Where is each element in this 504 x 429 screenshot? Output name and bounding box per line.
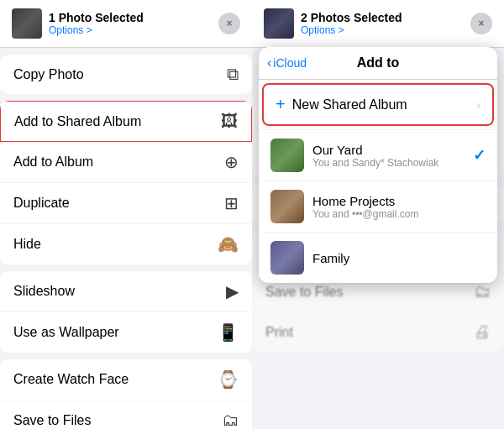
home-projects-members: You and •••@gmail.com xyxy=(312,208,486,220)
close-button[interactable]: × xyxy=(218,13,240,34)
right-print-icon: 🖨 xyxy=(474,322,491,342)
wallpaper-icon: 📱 xyxy=(218,322,239,343)
home-projects-info: Home Projects You and •••@gmail.com xyxy=(312,194,486,220)
our-yard-info: Our Yard You and Sandy* Stachowiak xyxy=(312,143,465,169)
our-yard-name: Our Yard xyxy=(312,143,465,157)
add-album-item[interactable]: Add to Album ⊕ xyxy=(0,142,252,183)
dropdown-header: ‹ iCloud Add to xyxy=(259,47,497,80)
right-photo-thumbnail xyxy=(264,8,294,39)
shared-album-icon: 🖼 xyxy=(221,112,238,131)
right-selected-count: 2 Photos Selected xyxy=(301,11,402,24)
photo-thumbnail xyxy=(12,8,42,39)
new-album-chevron-icon: › xyxy=(476,98,480,112)
copy-photo-item[interactable]: Copy Photo ⧉ xyxy=(0,55,252,94)
add-shared-album-item[interactable]: Add to Shared Album 🖼 xyxy=(0,101,252,143)
save-files-label: Save to Files xyxy=(13,413,91,428)
right-options-link[interactable]: Options > xyxy=(301,24,402,36)
right-header-left: 2 Photos Selected Options > xyxy=(264,8,402,39)
selected-count: 1 Photo Selected xyxy=(49,11,144,24)
add-album-label: Add to Album xyxy=(13,154,93,170)
album-item-home-projects[interactable]: Home Projects You and •••@gmail.com xyxy=(259,180,497,232)
album-item-family[interactable]: Family xyxy=(259,232,497,283)
duplicate-label: Duplicate xyxy=(13,196,70,211)
our-yard-checkmark: ✓ xyxy=(473,146,486,165)
right-print-label: Print xyxy=(265,325,293,340)
family-thumbnail xyxy=(270,241,304,275)
hide-icon: 🙈 xyxy=(218,234,239,254)
watch-face-item[interactable]: Create Watch Face ⌚ xyxy=(0,359,252,400)
right-files-icon: 🗂 xyxy=(474,282,491,301)
duplicate-icon: ⊞ xyxy=(224,193,239,213)
wallpaper-item[interactable]: Use as Wallpaper 📱 xyxy=(0,312,252,353)
right-panel: 2 Photos Selected Options > × ‹ iCloud A… xyxy=(252,0,504,429)
home-projects-name: Home Projects xyxy=(312,194,486,208)
options-link[interactable]: Options > xyxy=(49,24,144,36)
add-shared-album-label: Add to Shared Album xyxy=(14,114,141,129)
watch-face-label: Create Watch Face xyxy=(13,372,129,387)
left-header: 1 Photo Selected Options > × xyxy=(0,0,252,48)
slideshow-icon: ▶ xyxy=(226,281,239,301)
back-label: iCloud xyxy=(273,56,307,70)
files-icon: 🗂 xyxy=(222,411,239,429)
wallpaper-label: Use as Wallpaper xyxy=(13,325,119,340)
right-header-text: 2 Photos Selected Options > xyxy=(301,11,402,36)
slideshow-section: Slideshow ▶ Use as Wallpaper 📱 xyxy=(0,271,252,353)
back-button[interactable]: ‹ iCloud xyxy=(267,55,307,71)
copy-section: Copy Photo ⧉ xyxy=(0,55,252,94)
copy-photo-label: Copy Photo xyxy=(13,67,84,82)
plus-icon: + xyxy=(276,95,286,114)
left-menu-list: Copy Photo ⧉ Add to Shared Album 🖼 Add t… xyxy=(0,48,252,429)
our-yard-thumbnail xyxy=(270,139,304,172)
dropdown-title: Add to xyxy=(357,55,400,71)
left-panel: 1 Photo Selected Options > × Copy Photo … xyxy=(0,0,252,429)
right-header: 2 Photos Selected Options > × xyxy=(252,0,504,48)
new-album-label: New Shared Album xyxy=(292,97,407,112)
header-left: 1 Photo Selected Options > xyxy=(12,8,144,39)
save-files-item[interactable]: Save to Files 🗂 xyxy=(0,400,252,429)
utility-section: Create Watch Face ⌚ Save to Files 🗂 Assi… xyxy=(0,359,252,429)
add-to-dropdown: ‹ iCloud Add to + New Shared Album › Our… xyxy=(259,47,497,283)
right-save-files-label: Save to Files xyxy=(265,285,343,300)
new-shared-album-button[interactable]: + New Shared Album › xyxy=(262,83,494,126)
right-print-item: Print 🖨 xyxy=(252,312,504,352)
back-chevron-icon: ‹ xyxy=(267,55,271,71)
share-section: Add to Shared Album 🖼 Add to Album ⊕ Dup… xyxy=(0,101,252,264)
home-projects-thumbnail xyxy=(270,190,304,223)
family-info: Family xyxy=(312,251,486,265)
new-album-left: + New Shared Album xyxy=(276,95,407,114)
slideshow-label: Slideshow xyxy=(13,284,75,299)
hide-item[interactable]: Hide 🙈 xyxy=(0,224,252,264)
header-text: 1 Photo Selected Options > xyxy=(49,11,144,36)
add-album-icon: ⊕ xyxy=(224,152,239,172)
hide-label: Hide xyxy=(13,237,41,252)
duplicate-item[interactable]: Duplicate ⊞ xyxy=(0,183,252,224)
slideshow-item[interactable]: Slideshow ▶ xyxy=(0,271,252,312)
our-yard-members: You and Sandy* Stachowiak xyxy=(312,157,465,169)
watch-icon: ⌚ xyxy=(218,369,239,390)
right-close-button[interactable]: × xyxy=(470,13,492,34)
family-name: Family xyxy=(312,251,486,265)
copy-icon: ⧉ xyxy=(227,65,239,84)
album-item-our-yard[interactable]: Our Yard You and Sandy* Stachowiak ✓ xyxy=(259,129,497,180)
